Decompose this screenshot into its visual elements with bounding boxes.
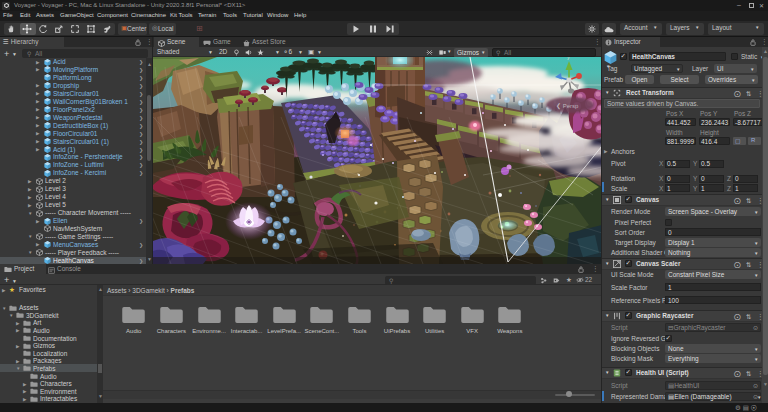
svg-text:❮ Persp: ❮ Persp <box>556 103 579 110</box>
svg-text:y: y <box>567 57 570 60</box>
